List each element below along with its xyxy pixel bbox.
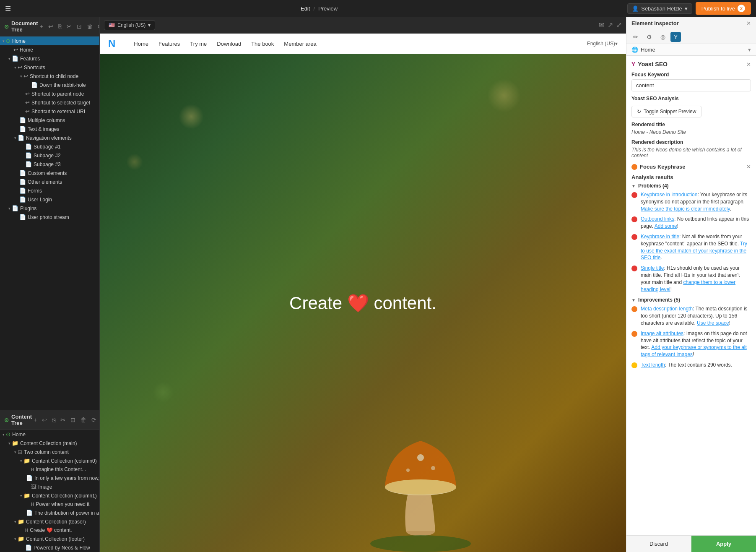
user-button[interactable]: 👤 Sebastian Helzle ▾	[627, 3, 692, 14]
ct-delete-btn[interactable]: 🗑	[79, 416, 88, 424]
doc-tree-node-other-elements[interactable]: 📄Other elements	[0, 177, 99, 186]
doc-tree-add-btn[interactable]: +	[38, 22, 45, 31]
ct-tree-node-ct-col0[interactable]: ▾📁Content Collection (column0)	[0, 456, 99, 465]
ct-tree-node-ct-distribution[interactable]: 📄The distribution of power in a	[0, 508, 99, 517]
doc-tree-node-user-login[interactable]: 📄User Login	[0, 195, 99, 204]
doc-tree-node-subpage1[interactable]: 📄Subpage #1	[0, 142, 99, 151]
nav-home[interactable]: Home	[134, 41, 148, 47]
ct-tree-node-ct-col1[interactable]: ▾📁Content Collection (column1)	[0, 491, 99, 500]
problems-header[interactable]: ▼ Problems (4)	[631, 183, 751, 189]
doc-tree-node-down-rabbit[interactable]: 📄Down the rabbit-hole	[0, 81, 99, 89]
tab-yoast[interactable]: Y	[670, 32, 681, 42]
doc-tree-node-subpage2[interactable]: 📄Subpage #2	[0, 151, 99, 160]
ct-cut-btn[interactable]: ✂	[59, 416, 67, 424]
ct-tree-node-ct-footer[interactable]: ▾📁Content Collection (footer)	[0, 534, 99, 543]
improvement-dot-1	[631, 306, 637, 312]
doc-tree-node-home[interactable]: ▾⊙Home	[0, 36, 99, 45]
doc-tree-node-shortcut-selected[interactable]: ↩Shortcut to selected target	[0, 98, 99, 107]
language-selector[interactable]: 🇺🇸 English (US) ▾	[104, 20, 155, 30]
keyphrase-expand-icon[interactable]: ✕	[746, 164, 751, 170]
doc-tree-node-shortcuts[interactable]: ▾↩Shortcuts	[0, 63, 99, 72]
doc-tree-node-subpage3[interactable]: 📄Subpage #3	[0, 160, 99, 169]
doc-tree-node-nav-elements[interactable]: ▾📄Navigation elements	[0, 133, 99, 142]
doc-tree-node-features[interactable]: ▾📄Features	[0, 54, 99, 63]
problem-link-3[interactable]: Keyphrase in title	[641, 234, 679, 240]
problem-action-2[interactable]: Add some	[655, 223, 677, 229]
ct-tree-node-ct-imagine[interactable]: HImagine this Content...	[0, 465, 99, 474]
doc-tree-node-plugins[interactable]: ▾📄Plugins	[0, 204, 99, 213]
ct-paste-btn[interactable]: ⊡	[69, 416, 77, 424]
nav-features[interactable]: Features	[158, 41, 180, 47]
menu-icon[interactable]: ☰	[5, 5, 11, 13]
doc-tree-node-shortcut-parent[interactable]: ↩Shortcut to parent node	[0, 89, 99, 98]
tab-gear[interactable]: ⚙	[643, 32, 655, 42]
problem-action-3[interactable]: Try to use the exact match of your keyph…	[641, 241, 747, 261]
doc-tree-copy-btn[interactable]: ⎘	[57, 22, 63, 31]
doc-tree-node-shortcut-external[interactable]: ↩Shortcut to external URI	[0, 107, 99, 116]
preview-label[interactable]: Preview	[318, 5, 338, 12]
tab-pencil[interactable]: ✏	[630, 32, 642, 42]
edit-label[interactable]: Edit	[301, 5, 310, 12]
doc-tree-node-shortcut-child[interactable]: ▾↩Shortcut to child node	[0, 72, 99, 81]
ct-tree-node-ct-teaser[interactable]: ▾📁Content Collection (teaser)	[0, 517, 99, 526]
improvement-link-1[interactable]: Meta description length	[641, 306, 693, 312]
nav-try-me[interactable]: Try me	[190, 41, 207, 47]
doc-tree-undo-btn[interactable]: ↩	[47, 22, 55, 31]
document-tree-toolbar: + ↩ ⎘ ✂ ⊡ 🗑 ⟳ ⋯	[38, 22, 99, 31]
doc-tree-cut-btn[interactable]: ✂	[65, 22, 73, 31]
yoast-expand-icon[interactable]: ✕	[746, 61, 751, 68]
yoast-title-label: Yoast SEO	[638, 61, 668, 68]
improvement-link-3[interactable]: Text length	[641, 362, 665, 368]
problem-link-2[interactable]: Outbound links	[641, 216, 674, 222]
ct-refresh-btn[interactable]: ⟳	[90, 416, 98, 424]
fullscreen-icon[interactable]: ⤢	[616, 21, 622, 29]
doc-tree-node-user-photo[interactable]: 📄User photo stream	[0, 213, 99, 221]
ct-tree-node-ct-infew[interactable]: 📄In only a few years from now,	[0, 474, 99, 482]
doc-tree-refresh-btn[interactable]: ⟳	[96, 22, 99, 31]
problem-link-1[interactable]: Keyphrase in introduction	[641, 192, 697, 198]
svg-point-2	[385, 479, 456, 495]
content-tree-label: Content Tree	[11, 414, 32, 426]
ct-tree-node-ct-content-main[interactable]: ▾📁Content Collection (main)	[0, 439, 99, 448]
ct-tree-node-ct-home[interactable]: ▾⊙Home	[0, 430, 99, 439]
email-icon[interactable]: ✉	[599, 21, 604, 29]
doc-tree-paste-btn[interactable]: ⊡	[75, 22, 83, 31]
doc-tree-node-multiple-cols[interactable]: 📄Multiple columns	[0, 116, 99, 125]
improvement-action-1[interactable]: Use the space	[697, 320, 729, 326]
site-lang-selector[interactable]: English (US)▾	[587, 41, 618, 47]
nav-download[interactable]: Download	[217, 41, 241, 47]
ct-tree-node-ct-two-col[interactable]: ▾⊟Two column content	[0, 448, 99, 456]
nav-member-area[interactable]: Member area	[284, 41, 316, 47]
node-selector-chevron-icon: ▾	[748, 47, 751, 53]
publish-button[interactable]: Publish to live 2	[696, 2, 751, 15]
improvement-action-2[interactable]: Add your keyphrase or synonyms to the al…	[641, 344, 747, 357]
doc-tree-node-text-images[interactable]: 📄Text & images	[0, 125, 99, 133]
problem-link-4[interactable]: Single title	[641, 265, 664, 271]
external-link-icon[interactable]: ↗	[608, 21, 613, 29]
ct-tree-node-ct-power[interactable]: HPower when you need it	[0, 500, 99, 508]
focus-keyword-input[interactable]	[631, 79, 751, 91]
doc-tree-node-home-child[interactable]: ↩Home	[0, 45, 99, 54]
hero-content: content.	[374, 293, 436, 313]
publish-badge: 2	[738, 5, 745, 12]
discard-button[interactable]: Discard	[626, 536, 691, 552]
doc-tree-node-forms[interactable]: 📄Forms	[0, 186, 99, 195]
ct-undo-btn[interactable]: ↩	[40, 416, 49, 424]
toggle-snippet-button[interactable]: ↻ Toggle Snippet Preview	[631, 106, 701, 117]
ct-copy-btn[interactable]: ⎘	[50, 416, 57, 424]
doc-tree-node-custom-elements[interactable]: 📄Custom elements	[0, 169, 99, 177]
inspector-close-icon[interactable]: ✕	[746, 20, 751, 26]
improvements-header[interactable]: ▼ Improvements (5)	[631, 297, 751, 303]
node-selector[interactable]: 🌐 Home ▾	[626, 44, 756, 56]
ct-tree-node-ct-image[interactable]: 🖼Image	[0, 482, 99, 491]
ct-add-btn[interactable]: +	[32, 416, 39, 424]
doc-tree-delete-btn[interactable]: 🗑	[85, 22, 94, 31]
problem-action-1[interactable]: Make sure the topic is clear immediately	[641, 206, 730, 212]
tab-target[interactable]: ◎	[657, 32, 669, 42]
apply-button[interactable]: Apply	[691, 536, 756, 552]
ct-tree-node-ct-create[interactable]: HCreate ❤️ content.	[0, 526, 99, 534]
improvement-link-2[interactable]: Image alt attributes	[641, 331, 683, 336]
problem-action-4[interactable]: change them to a lower heading level	[641, 279, 735, 292]
ct-tree-node-ct-powered[interactable]: 📄Powered by Neos & Flow	[0, 543, 99, 552]
nav-book[interactable]: The book	[251, 41, 274, 47]
